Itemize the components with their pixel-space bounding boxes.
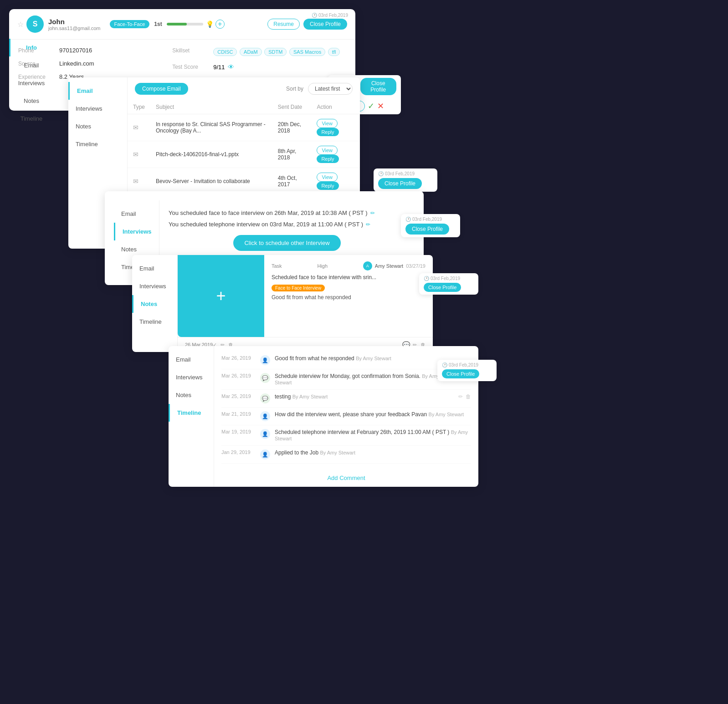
col-subject: Subject xyxy=(150,100,272,114)
rank-badge: 1st xyxy=(154,21,162,27)
notes-nav-notes[interactable]: Notes xyxy=(132,295,177,313)
mini-date-5: 03rd Feb,2019 xyxy=(449,362,478,367)
star-icon[interactable]: ☆ xyxy=(17,20,24,29)
skill-sdtm: SDTM xyxy=(264,48,287,56)
view-btn-3[interactable]: View xyxy=(317,173,338,182)
mini-close-button-4[interactable]: Close Profile xyxy=(424,283,461,292)
edit-interview-2-icon[interactable]: ✏ xyxy=(366,221,370,228)
tl-date-4: Mar 21, 2019 xyxy=(221,411,256,417)
header-actions: Resume Close Profile xyxy=(267,19,347,30)
view-btn-2[interactable]: View xyxy=(317,146,338,155)
mini-close-button-3[interactable]: Close Profile xyxy=(405,224,449,235)
skill-sas-macros: SAS Macros xyxy=(289,48,325,56)
tl-text-2: Schedule interview for Monday, got confi… xyxy=(275,373,454,386)
email-subject-1: In response to Sr. Clinical SAS Programm… xyxy=(150,114,272,141)
timeline-item-2: Mar 26, 2019 💬 Schedule interview for Mo… xyxy=(221,369,471,390)
email-nav-timeline[interactable]: Timeline xyxy=(68,135,127,153)
resume-button[interactable]: Resume xyxy=(267,19,300,30)
mini-date-2: 03rd Feb,2019 xyxy=(385,171,415,176)
tl-nav-interviews[interactable]: Interviews xyxy=(169,368,214,386)
tl-icon-1: 👤 xyxy=(260,355,270,365)
phone-row: Phone 9701207016 xyxy=(18,47,163,54)
email-nav-notes[interactable]: Notes xyxy=(68,117,127,135)
tl-date-5: Mar 19, 2019 xyxy=(221,429,256,434)
email-type-icon-2: ✉ xyxy=(133,151,138,158)
notes-nav-email[interactable]: Email xyxy=(132,260,177,277)
tl-icon-3: 💬 xyxy=(260,393,270,403)
mini-close-button-5[interactable]: Close Profile xyxy=(442,369,479,378)
tl-icon-2: 💬 xyxy=(260,373,270,383)
email-type-icon-1: ✉ xyxy=(133,124,138,131)
eye-icon[interactable]: 👁 xyxy=(228,63,234,71)
header-date: 🕐 03rd Feb,2019 xyxy=(312,13,348,18)
source-row: Source Linkedin.com xyxy=(18,60,163,67)
tl-icon-5: 👤 xyxy=(260,429,270,439)
mini-close-panel-2: 🕐03rd Feb,2019 Close Profile xyxy=(374,168,437,192)
test-score-label: Test Score xyxy=(172,63,213,70)
email-nav-interviews[interactable]: Interviews xyxy=(68,100,127,117)
note-avatar: A xyxy=(363,261,372,270)
mini-date-3: 03rd Feb,2019 xyxy=(412,217,442,222)
cancel-icon[interactable]: ✕ xyxy=(377,101,384,111)
tl-nav-timeline[interactable]: Timeline xyxy=(169,404,214,422)
tl-text-4: How did the interview went, please share… xyxy=(275,411,471,418)
mini-close-panel-3: 🕐03rd Feb,2019 Close Profile xyxy=(401,214,460,237)
email-subject-3: Bevov-Server - Invitation to collaborate xyxy=(150,168,272,195)
close-profile-button[interactable]: Close Profile xyxy=(303,19,347,30)
tl-date-3: Mar 25, 2019 xyxy=(221,393,256,399)
note-user: A Amy Stewart 03/27/19 xyxy=(363,261,426,270)
candidate-header: ☆ S John john.sas11@gmail.com Face-To-Fa… xyxy=(9,9,355,40)
skill-adam: ADaM xyxy=(240,48,262,56)
tl-delete-icon-3[interactable]: 🗑 xyxy=(466,393,471,400)
sidebar-item-timeline[interactable]: Timeline xyxy=(9,110,52,128)
add-comment-link[interactable]: Add Comment xyxy=(214,469,478,487)
interview-entry-2: You scheduled telephone interview on 03r… xyxy=(169,221,405,228)
note-date: 03/27/19 xyxy=(406,263,426,269)
email-row: ✉ Bevov-Server - Invitation to collabora… xyxy=(128,168,360,195)
note-badge: Face to Face Interview xyxy=(272,285,325,291)
tl-nav-email[interactable]: Email xyxy=(169,351,214,368)
email-date-3: 4th Oct, 2017 xyxy=(272,168,312,195)
email-toolbar: Compose Email Sort by Latest first xyxy=(128,77,360,100)
schedule-interview-button[interactable]: Click to schedule other Interview xyxy=(233,235,340,251)
email-row: ✉ Pitch-deck-14062016-final-v1.pptx 8th … xyxy=(128,141,360,168)
tl-actions-3: ✏ 🗑 xyxy=(458,393,471,400)
reply-btn-3[interactable]: Reply xyxy=(317,182,338,190)
tl-date-6: Jan 29, 2019 xyxy=(221,449,256,455)
compose-email-button[interactable]: Compose Email xyxy=(135,83,188,95)
notes-nav-interviews[interactable]: Interviews xyxy=(132,277,177,295)
mini-close-button-1[interactable]: Close Profile xyxy=(360,78,396,95)
skill-cdisc: CDISC xyxy=(213,48,237,56)
tl-date-1: Mar 26, 2019 xyxy=(221,355,256,361)
notes-body: + Task High A Amy Stewart 03/27/19 Sched… xyxy=(178,255,433,337)
timeline-layout: Email Interviews Notes Timeline Mar 26, … xyxy=(169,346,478,487)
reply-btn-2[interactable]: Reply xyxy=(317,155,338,163)
int-nav-interviews[interactable]: Interviews xyxy=(114,223,159,240)
timeline-item-4: Mar 21, 2019 👤 How did the interview wen… xyxy=(221,408,471,425)
test-score-row: Test Score 9/11 👁 xyxy=(172,63,346,71)
add-icon[interactable]: + xyxy=(215,20,225,29)
note-detail: Task High A Amy Stewart 03/27/19 Schedul… xyxy=(264,255,433,337)
interview-entry-1: You scheduled face to face interview on … xyxy=(169,209,405,216)
timeline-sidebar: Email Interviews Notes Timeline xyxy=(169,346,214,487)
add-note-area[interactable]: + xyxy=(178,255,264,337)
tl-nav-notes[interactable]: Notes xyxy=(169,386,214,404)
int-nav-email[interactable]: Email xyxy=(114,205,159,223)
email-nav-email[interactable]: Email xyxy=(68,82,127,100)
reply-btn-1[interactable]: Reply xyxy=(317,128,338,136)
mini-close-button-2[interactable]: Close Profile xyxy=(378,178,422,189)
sort-select[interactable]: Latest first xyxy=(308,83,353,95)
source-value: Linkedin.com xyxy=(59,60,94,67)
tl-by-3: By Amy Stewart xyxy=(292,394,328,399)
tl-text-6: Applied to the Job By Amy Stewart xyxy=(275,449,471,456)
notes-nav-timeline[interactable]: Timeline xyxy=(132,313,177,331)
source-label: Source xyxy=(18,60,59,67)
confirm-icon[interactable]: ✓ xyxy=(368,101,374,111)
bulb-icon[interactable]: 💡 xyxy=(206,20,214,28)
note-task-label: Task xyxy=(272,263,282,269)
tl-edit-icon-3[interactable]: ✏ xyxy=(458,393,463,400)
edit-interview-1-icon[interactable]: ✏ xyxy=(370,210,375,216)
tl-by-1: By Amy Stewart xyxy=(356,356,391,361)
interview-type-badge: Face-To-Face xyxy=(110,20,150,28)
view-btn-1[interactable]: View xyxy=(317,119,338,128)
